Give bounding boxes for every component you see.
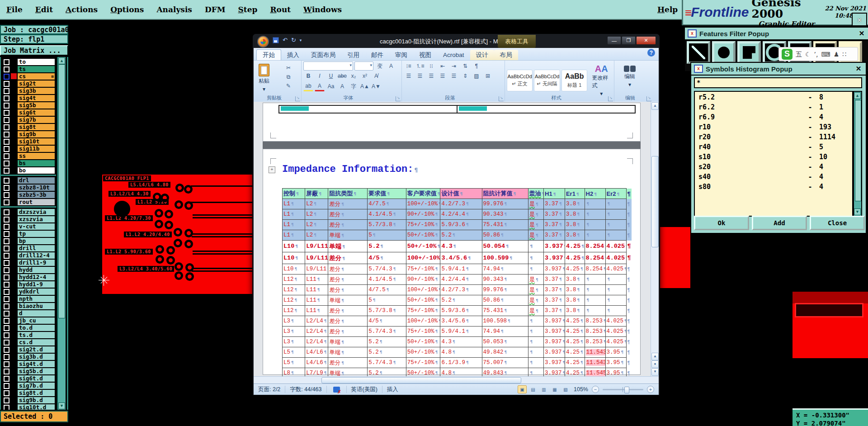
table-row[interactable]: L12¶L11¶差分¶4/7.5¶100+/-10%¶4.2/7.3¶99.97… [283,285,632,295]
layer-name[interactable]: ss [18,153,55,159]
menu-item-rout[interactable]: Rout [264,5,297,14]
menu-item-options[interactable]: Options [104,5,150,14]
table-cell[interactable]: 75+/-10%¶ [406,306,440,316]
layer-checkbox[interactable] [4,296,9,302]
layer-name[interactable]: bs [18,160,55,166]
table-cell[interactable]: 100.599¶ [482,252,528,264]
table-cell[interactable]: 4.25¶ [565,368,585,377]
wubi-icon[interactable]: 五 [796,51,802,57]
symbol-row[interactable]: r6.2-1 [695,103,852,113]
table-cell[interactable]: 5.2¶ [440,295,482,306]
table-cell[interactable]: 4.25¶ [565,347,585,358]
table-cell[interactable]: ¶ [585,295,605,306]
align-center-button[interactable]: ☰ [415,71,425,80]
table-cell[interactable]: 差分¶ [328,252,368,264]
layer-name[interactable]: sig7b [18,117,55,123]
bold-button[interactable]: B [303,71,313,80]
table-cell[interactable]: 5.2¶ [368,241,406,252]
close-icon[interactable]: ✕ [857,29,866,38]
layer-name[interactable]: ts.d [18,332,55,338]
layer-name[interactable]: drill1-9 [18,260,55,266]
layer-row-sig8t[interactable]: sig8t [1,124,56,130]
table-cell[interactable]: 单端¶ [328,230,368,241]
insert-mode-indicator[interactable]: 插入 [382,386,403,393]
align-left-button[interactable]: ☰ [404,71,414,80]
layer-row-sig11b[interactable]: sig11b [1,146,56,152]
symbol-row[interactable]: s40-4 [695,173,852,183]
outline-view-icon[interactable]: ▦ [550,385,559,393]
table-cell[interactable]: 3.937¶ [544,316,565,327]
table-cell[interactable]: 单端¶ [328,241,368,252]
header-cell[interactable]: 阻抗类型¶ [328,189,368,199]
layer-row-npth[interactable]: npth [1,296,56,302]
table-cell[interactable]: 差分¶ [328,275,368,285]
header-cell[interactable]: Er1¶ [565,189,585,199]
layer-row-to.d[interactable]: to.d [1,325,56,331]
table-cell[interactable]: ¶ [585,306,605,316]
tab-布局[interactable]: 布局 [494,50,518,60]
layer-row-sig4t[interactable]: sig4t [1,95,56,101]
tab-页面布局[interactable]: 页面布局 [305,50,341,60]
table-cell[interactable]: 差分¶ [328,220,368,230]
table-cell[interactable]: 单端¶ [328,368,368,377]
layer-name[interactable]: szbz5-3b [18,192,55,198]
layer-row-sig6t.d[interactable]: sig6t.d [1,375,56,382]
table-cell[interactable]: 50+/-10%¶ [406,368,440,377]
table-cell[interactable]: L12¶ [283,275,305,285]
table-cell[interactable]: 50+/-10%¶ [406,230,440,241]
table-cell[interactable]: 11.543¶ [585,358,605,368]
table-cell[interactable]: 3.937¶ [544,241,565,252]
layer-name[interactable]: bp [18,238,55,244]
table-cell[interactable]: 4.2/7.3¶ [440,199,482,209]
layer-row-sig3b[interactable]: sig3b [1,88,56,94]
table-row[interactable]: L3¶L2/L4¶差分¶5.7/4.3¶75+/-10%¶5.9/4.1¶74.… [283,327,632,337]
table-cell[interactable]: L2¶ [305,230,328,241]
restore-button[interactable]: ❐ [622,36,636,45]
table-cell[interactable]: ¶ [528,241,544,252]
table-cell[interactable]: 3.8¶ [565,220,585,230]
layer-name[interactable]: sig6t [18,109,55,116]
font-color-button[interactable]: A [315,81,325,91]
sort-button[interactable]: ⇅ [460,62,470,71]
table-cell[interactable]: 11.545¶ [585,368,605,377]
table-cell[interactable]: 8.254¶ [585,252,605,264]
layer-name[interactable]: sig8t [18,124,55,130]
header-cell[interactable]: 控制¶ [283,189,305,199]
vertical-scroll-thumb[interactable] [651,156,659,247]
layer-name[interactable]: dxzszvia [18,209,55,215]
table-cell[interactable]: ¶ [605,295,626,306]
table-cell[interactable]: 5.9/4.1¶ [440,327,482,337]
table-cell[interactable]: 5.2¶ [440,230,482,241]
layer-row-szbz8-10t[interactable]: szbz8-10t [1,185,56,191]
layer-name[interactable]: drill12-4 [18,252,55,259]
table-cell[interactable]: 3.8¶ [565,230,585,241]
table-cell[interactable]: 差分¶ [328,327,368,337]
layer-row-sig10t.d[interactable]: sig10t.d [1,404,56,410]
table-cell[interactable]: 差分¶ [328,199,368,209]
table-cell[interactable]: 3.937¶ [544,337,565,347]
layer-row-drill[interactable]: drill [1,245,56,251]
layer-name[interactable]: to.d [18,325,55,331]
layer-checkbox[interactable] [4,405,9,410]
layer-checkbox[interactable] [4,238,9,244]
web-layout-view-icon[interactable]: ▥ [539,385,548,393]
editing-button[interactable]: 编辑▾ [621,64,639,89]
layer-checkbox[interactable] [4,110,9,116]
table-cell[interactable]: 5.2¶ [368,368,406,377]
table-cell[interactable]: 3.95¶ [605,368,626,377]
table-cell[interactable]: 3.95¶ [605,358,626,368]
dialog-launcher-icon[interactable]: ↘ [499,96,504,101]
table-cell[interactable]: 3.37¶ [544,199,565,209]
table-cell[interactable]: 5¶ [368,295,406,306]
table-cell[interactable]: ¶ [528,252,544,264]
layer-row-tp[interactable]: tp [1,231,56,237]
zoom-out-icon[interactable]: − [592,386,599,393]
table-row[interactable]: L12¶L11¶差分¶5.7/3.8¶75+/-10%¶5.9/3.6¶75.4… [283,306,632,316]
table-cell[interactable]: 11.543¶ [585,347,605,358]
document-area[interactable]: + Impedance Information:¶ 控制¶屏蔽¶阻抗类型¶要求值… [254,102,659,376]
table-cell[interactable]: 4.025¶ [605,241,626,252]
table-cell[interactable]: 3.37¶ [544,306,565,316]
layer-checkbox[interactable] [4,217,9,222]
highlight-color-button[interactable]: ab [303,81,313,91]
table-cell[interactable]: L9/L11¶ [305,264,328,275]
